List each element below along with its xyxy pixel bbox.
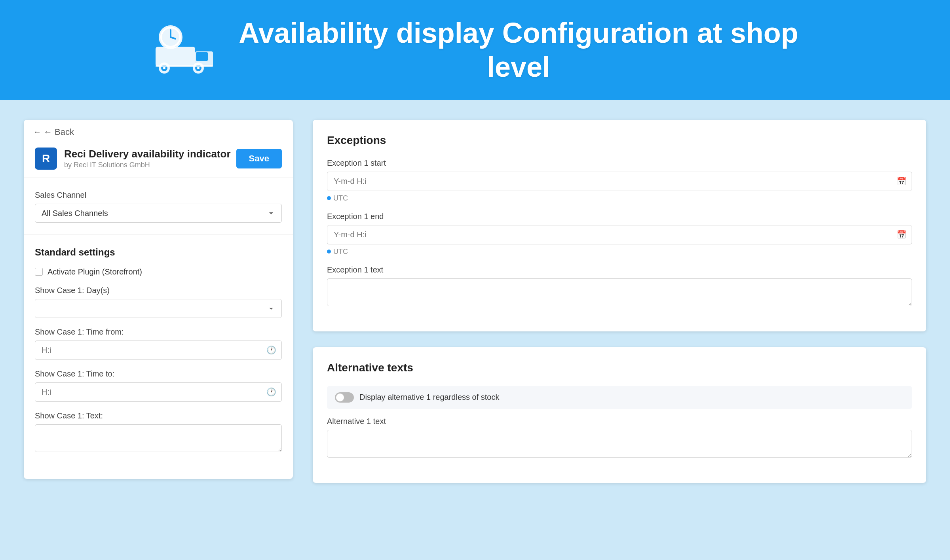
sales-channel-select[interactable]: All Sales Channels	[35, 204, 282, 223]
alternative-texts-panel: Alternative texts Display alternative 1 …	[313, 347, 926, 483]
exception1-text-label: Exception 1 text	[327, 265, 912, 274]
time-from-input[interactable]	[35, 341, 282, 360]
time-to-input[interactable]	[35, 382, 282, 402]
alternative1-text-label: Alternative 1 text	[327, 417, 912, 426]
main-content: ← ← Back R Reci Delivery availability in…	[0, 100, 950, 560]
exceptions-title: Exceptions	[327, 134, 912, 147]
exception1-end-label: Exception 1 end	[327, 212, 912, 221]
back-arrow-icon: ←	[33, 127, 41, 136]
plugin-info: R Reci Delivery availability indicator b…	[35, 148, 231, 170]
plugin-logo: R	[35, 148, 57, 170]
utc-label-2: UTC	[327, 248, 912, 256]
time-to-label: Show Case 1: Time to:	[35, 369, 282, 378]
right-panels: Exceptions Exception 1 start 📅 UTC Excep…	[313, 120, 926, 483]
page-title: Availability display Configuration at sh…	[239, 16, 798, 84]
time-to-input-wrapper: 🕐	[35, 382, 282, 402]
time-to-group: Show Case 1: Time to: 🕐	[24, 369, 293, 402]
exception1-end-group: Exception 1 end 📅 UTC	[327, 212, 912, 256]
save-button[interactable]: Save	[236, 149, 282, 168]
show-case-text-group: Show Case 1: Text:	[24, 411, 293, 454]
exception1-end-input-wrapper: 📅	[327, 225, 912, 244]
exception1-start-input[interactable]	[327, 172, 912, 191]
svg-rect-13	[156, 65, 213, 67]
exception1-start-group: Exception 1 start 📅 UTC	[327, 159, 912, 202]
time-from-group: Show Case 1: Time from: 🕐	[24, 327, 293, 360]
clock-icon-2: 🕐	[266, 387, 276, 397]
display-alternative-label: Display alternative 1 regardless of stoc…	[359, 393, 500, 402]
activate-plugin-row: Activate Plugin (Storefront)	[24, 267, 293, 276]
plugin-header: R Reci Delivery availability indicator b…	[24, 141, 293, 178]
show-case-days-select[interactable]	[35, 299, 282, 318]
plugin-name: Reci Delivery availability indicator	[64, 148, 231, 160]
exception1-text-group: Exception 1 text	[327, 265, 912, 308]
calendar-icon: 📅	[897, 176, 906, 186]
exception1-end-input[interactable]	[327, 225, 912, 244]
header-banner: Availability display Configuration at sh…	[0, 0, 950, 100]
plugin-text: Reci Delivery availability indicator by …	[64, 148, 231, 169]
show-case-text-input[interactable]	[35, 424, 282, 452]
show-case-days-input-wrapper	[35, 299, 282, 318]
display-alternative-toggle-row: Display alternative 1 regardless of stoc…	[327, 386, 912, 409]
exception1-start-label: Exception 1 start	[327, 159, 912, 168]
left-panel: ← ← Back R Reci Delivery availability in…	[24, 120, 293, 479]
exceptions-panel: Exceptions Exception 1 start 📅 UTC Excep…	[313, 120, 926, 331]
alternative-texts-title: Alternative texts	[327, 361, 912, 374]
time-from-input-wrapper: 🕐	[35, 341, 282, 360]
sales-channel-section: Sales Channel All Sales Channels	[24, 178, 293, 223]
delivery-icon	[152, 22, 215, 78]
show-case-text-label: Show Case 1: Text:	[35, 411, 282, 420]
standard-settings-title: Standard settings	[24, 247, 293, 258]
activate-plugin-checkbox[interactable]	[35, 268, 43, 276]
show-case-days-group: Show Case 1: Day(s)	[24, 286, 293, 318]
exception1-text-input[interactable]	[327, 278, 912, 306]
utc-label-1: UTC	[327, 194, 912, 202]
display-alternative-toggle[interactable]	[335, 392, 354, 403]
activate-plugin-label: Activate Plugin (Storefront)	[48, 267, 142, 276]
sales-channel-label: Sales Channel	[35, 191, 282, 200]
utc-dot-2	[327, 250, 331, 254]
exception1-start-input-wrapper: 📅	[327, 172, 912, 191]
show-case-days-label: Show Case 1: Day(s)	[35, 286, 282, 295]
svg-rect-6	[196, 52, 208, 61]
section-divider	[24, 235, 293, 235]
back-link[interactable]: ← ← Back	[24, 120, 293, 141]
calendar-icon-2: 📅	[897, 230, 906, 239]
alternative1-text-input[interactable]	[327, 430, 912, 458]
plugin-by: by Reci IT Solutions GmbH	[64, 161, 231, 169]
alternative1-text-group: Alternative 1 text	[327, 417, 912, 459]
time-from-label: Show Case 1: Time from:	[35, 327, 282, 337]
clock-icon: 🕐	[266, 345, 276, 355]
utc-dot-1	[327, 196, 331, 200]
